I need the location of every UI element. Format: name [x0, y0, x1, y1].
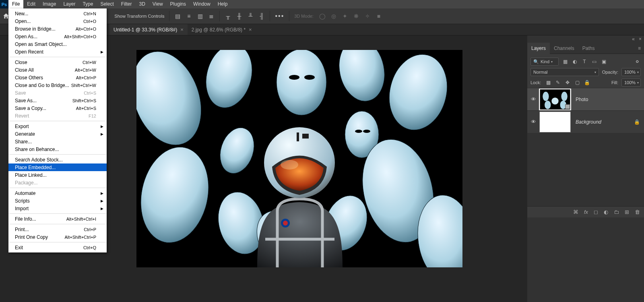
menu-3d[interactable]: 3D: [135, 0, 149, 8]
menu-item-print-one-copy[interactable]: Print One CopyAlt+Shift+Ctrl+P: [8, 233, 107, 241]
menu-item-save: SaveCtrl+S: [8, 89, 107, 97]
filter-smart-icon[interactable]: ▣: [601, 58, 607, 65]
menu-image[interactable]: Image: [39, 0, 60, 8]
close-icon[interactable]: ×: [180, 27, 184, 33]
filter-adjust-icon[interactable]: ◐: [572, 58, 578, 65]
layer-name[interactable]: Photo: [576, 97, 588, 102]
menu-item-browse-in-bridge[interactable]: Browse in Bridge...Alt+Ctrl+O: [8, 25, 107, 33]
menu-item-open[interactable]: Open...Ctrl+O: [8, 17, 107, 25]
mask-icon[interactable]: ◻: [594, 209, 598, 215]
panel-tab-layers[interactable]: Layers: [527, 43, 550, 54]
menu-item-close-all[interactable]: Close AllAlt+Ctrl+W: [8, 66, 107, 74]
align-right-icon[interactable]: ▥: [197, 13, 203, 19]
menu-item-export[interactable]: Export▶: [8, 122, 107, 130]
visibility-toggle[interactable]: 👁: [527, 119, 539, 125]
menu-item-place-linked[interactable]: Place Linked...: [8, 171, 107, 179]
tab-2jpg[interactable]: 2.jpg @ 82.6% (RGB/8) * ×: [188, 24, 256, 35]
pan-icon[interactable]: ◎: [330, 13, 337, 19]
visibility-toggle[interactable]: 👁: [527, 96, 539, 102]
panel-tab-paths[interactable]: Paths: [578, 43, 599, 54]
close-icon[interactable]: ×: [249, 27, 252, 33]
group-icon[interactable]: 🗀: [614, 209, 619, 215]
menu-item-close[interactable]: CloseCtrl+W: [8, 58, 107, 66]
menu-item-revert: RevertF12: [8, 112, 107, 120]
menu-item-share-on-behance[interactable]: Share on Behance...: [8, 145, 107, 153]
layers-panel-footer: ⌘ fx ◻ ◐ 🗀 ⊞ 🗑: [527, 206, 644, 217]
layer-row-background[interactable]: 👁 Background 🔒: [527, 110, 644, 133]
menu-layer[interactable]: Layer: [60, 0, 79, 8]
filter-type-icon[interactable]: T: [581, 58, 588, 65]
menu-item-import[interactable]: Import▶: [8, 205, 107, 212]
menu-view[interactable]: View: [149, 0, 167, 8]
opacity-field[interactable]: 100%▾: [621, 68, 641, 76]
align-center-icon[interactable]: ≡: [186, 13, 192, 19]
menu-help[interactable]: Help: [214, 0, 231, 8]
slide-icon[interactable]: ❋: [353, 13, 359, 19]
menu-item-new[interactable]: New...Ctrl+N: [8, 10, 107, 17]
roll-icon[interactable]: ✦: [342, 13, 348, 19]
lock-all-icon[interactable]: 🔒: [584, 79, 590, 86]
menu-plugins[interactable]: Plugins: [167, 0, 190, 8]
close-panel-icon[interactable]: ×: [639, 36, 642, 42]
lock-icon[interactable]: 🔒: [634, 119, 640, 125]
layer-thumbnail[interactable]: [539, 89, 571, 110]
more-icon[interactable]: •••: [275, 12, 284, 20]
menu-window[interactable]: Window: [190, 0, 214, 8]
new-layer-icon[interactable]: ⊞: [625, 209, 629, 215]
layer-name[interactable]: Background: [576, 119, 601, 125]
link-layers-icon[interactable]: ⌘: [573, 209, 578, 215]
layer-row-photo[interactable]: 👁 Photo: [527, 88, 644, 110]
layer-thumbnail[interactable]: [539, 112, 571, 132]
menu-file[interactable]: File: [8, 0, 23, 8]
menu-item-save-as[interactable]: Save As...Shift+Ctrl+S: [8, 97, 107, 104]
filter-shape-icon[interactable]: ▭: [591, 58, 597, 65]
delete-layer-icon[interactable]: 🗑: [635, 209, 640, 215]
filter-pixel-icon[interactable]: ▦: [562, 58, 568, 65]
menu-item-open-recent[interactable]: Open Recent▶: [8, 48, 107, 56]
panel-menu-icon[interactable]: ≡: [635, 46, 644, 51]
fx-icon[interactable]: fx: [584, 209, 588, 215]
scale-icon[interactable]: ✧: [364, 13, 371, 19]
document-canvas[interactable]: [136, 50, 462, 267]
dist-top-icon[interactable]: ╥: [225, 13, 231, 19]
dist-right-icon[interactable]: ╢: [258, 13, 265, 19]
fill-field[interactable]: 100%▾: [621, 79, 641, 87]
align-distribute-icon[interactable]: ≣: [208, 13, 215, 19]
camera-icon[interactable]: ■: [376, 13, 382, 19]
menu-item-open-as[interactable]: Open As...Alt+Shift+Ctrl+O: [8, 33, 107, 40]
menu-item-share[interactable]: Share...: [8, 138, 107, 145]
collapse-icon[interactable]: «: [632, 36, 635, 42]
tab-untitled-1[interactable]: Untitled-1 @ 33.3% (RGB/8#) ×: [109, 24, 188, 35]
menu-type[interactable]: Type: [79, 0, 97, 8]
lock-position-icon[interactable]: ✥: [564, 79, 571, 86]
align-left-icon[interactable]: ▤: [174, 13, 181, 19]
menu-item-print[interactable]: Print...Ctrl+P: [8, 225, 107, 233]
menu-select[interactable]: Select: [97, 0, 117, 8]
orbit-icon[interactable]: ◯: [319, 13, 326, 19]
tab-title: 2.jpg @ 82.6% (RGB/8) *: [192, 27, 246, 33]
dist-bottom-icon[interactable]: ╨: [247, 13, 254, 19]
menu-edit[interactable]: Edit: [23, 0, 39, 8]
menu-item-open-as-smart-object[interactable]: Open as Smart Object...: [8, 40, 107, 48]
adjustment-icon[interactable]: ◐: [604, 209, 608, 215]
menu-item-place-embedded[interactable]: Place Embedded...: [8, 163, 107, 171]
lock-pixels-icon[interactable]: ✎: [555, 79, 561, 86]
menu-item-generate[interactable]: Generate▶: [8, 130, 107, 138]
menu-item-save-a-copy[interactable]: Save a Copy...Alt+Ctrl+S: [8, 104, 107, 112]
panel-tab-channels[interactable]: Channels: [550, 43, 578, 54]
layer-filter-kind[interactable]: 🔍Kind▾: [530, 58, 559, 66]
lock-transparency-icon[interactable]: ▩: [545, 79, 551, 86]
menu-item-automate[interactable]: Automate▶: [8, 189, 107, 197]
menu-item-exit[interactable]: ExitCtrl+Q: [8, 244, 107, 251]
menu-item-close-others[interactable]: Close OthersAlt+Ctrl+P: [8, 74, 107, 81]
menu-item-scripts[interactable]: Scripts▶: [8, 197, 107, 205]
menu-item-file-info[interactable]: File Info...Alt+Shift+Ctrl+I: [8, 215, 107, 223]
blend-mode-select[interactable]: Normal▾: [530, 68, 599, 76]
menu-item-close-and-go-to-bridge[interactable]: Close and Go to Bridge...Shift+Ctrl+W: [8, 81, 107, 89]
menu-filter[interactable]: Filter: [118, 0, 136, 8]
dist-vcenter-icon[interactable]: ╫: [236, 13, 242, 19]
menu-item-search-adobe-stock[interactable]: Search Adobe Stock...: [8, 156, 107, 163]
lock-artboard-icon[interactable]: ▢: [574, 79, 580, 86]
filter-toggle-icon[interactable]: ⭘: [634, 58, 641, 65]
align-icons: ▤ ≡ ▥ ≣: [174, 13, 215, 19]
